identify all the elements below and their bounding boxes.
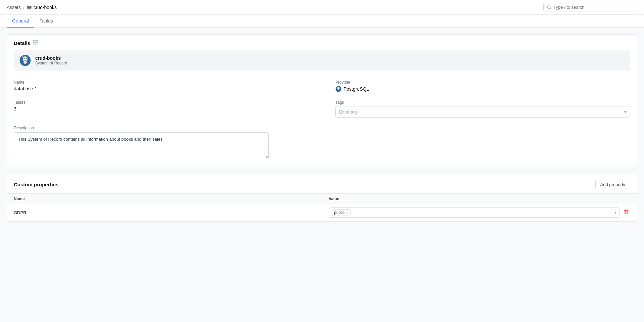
tables-field: Tables 3 [14,97,322,123]
provider-value: PostgreSQL [335,86,630,92]
svg-line-4 [550,8,551,9]
tab-tables[interactable]: Tables [34,15,58,28]
details-section-header: Details [7,35,637,50]
details-card: Details [7,34,637,167]
description-textarea[interactable]: This System of Record contains all infor… [14,132,269,159]
breadcrumb-current: crud-books [26,5,57,10]
asset-name: crud-books [35,55,67,61]
search-bar[interactable] [543,3,637,11]
asset-info-row: crud-books System of Record [14,50,630,71]
table-row: GDPR public × ▾ [7,204,637,221]
asset-type: System of Record [35,61,67,65]
tables-label: Tables [14,100,309,105]
provider-name: PostgreSQL [343,86,369,92]
column-header-value: Value [322,194,637,204]
search-input[interactable] [553,5,634,10]
tag-chip-remove[interactable]: × [346,211,348,215]
details-form-grid: Name database-1 Provider PostgreSQL [7,77,637,123]
tables-value: 3 [14,106,309,111]
svg-rect-5 [33,40,35,42]
details-title: Details [14,40,30,46]
name-value: database-1 [14,86,309,91]
main-content: Details [0,28,644,235]
tabs-bar: General Tables [0,15,644,28]
column-header-name: Name [7,194,322,204]
breadcrumb-assets-link[interactable]: Assets [7,5,21,10]
table-header-row: Name Value [7,194,637,204]
top-header: Assets › crud-books [0,0,644,15]
trash-icon [624,209,629,215]
tags-label: Tags [335,100,630,105]
name-label: Name [14,80,309,85]
delete-row-button[interactable] [622,209,630,216]
tab-general[interactable]: General [7,15,34,28]
svg-point-10 [23,56,28,62]
database-icon [26,5,32,10]
provider-label: Provider [335,80,630,85]
tag-chip-label: public [334,210,344,215]
tag-chip-public: public × [332,209,351,216]
svg-rect-6 [36,40,38,42]
custom-properties-table: Name Value GDPR public × [7,193,637,221]
custom-properties-title: Custom properties [14,182,58,187]
tag-chips: public × [332,209,351,216]
custom-properties-header: Custom properties Add property [7,174,637,193]
asset-info-text: crud-books System of Record [35,55,67,65]
details-icon[interactable] [33,40,38,46]
tag-input-cell[interactable]: public × ▾ [329,208,620,218]
search-icon [547,5,551,10]
svg-rect-1 [27,7,32,8]
props-table-body: GDPR public × ▾ [7,204,637,221]
breadcrumb: Assets › crud-books [7,5,57,10]
svg-point-17 [339,88,339,88]
svg-point-11 [24,58,25,59]
svg-point-13 [23,61,27,64]
breadcrumb-separator: › [23,5,24,10]
custom-properties-card: Custom properties Add property Name Valu… [7,174,637,222]
svg-point-15 [337,87,340,90]
asset-pg-icon [19,54,31,66]
description-field: Description This System of Record contai… [7,123,637,167]
prop-value-cell: public × ▾ [322,204,637,221]
tags-placeholder: Enter tag [339,109,357,114]
add-property-button[interactable]: Add property [595,180,630,189]
tags-chevron-icon: ▾ [624,109,627,114]
postgresql-icon [335,86,341,92]
name-field: Name database-1 [14,77,322,97]
svg-rect-8 [36,43,38,45]
description-label: Description [14,126,630,130]
tag-cell-chevron-icon: ▾ [614,210,616,215]
svg-rect-2 [27,8,32,9]
tags-input[interactable]: Enter tag ▾ [335,106,630,118]
svg-point-16 [338,88,338,88]
provider-field: Provider PostgreSQL [322,77,630,97]
svg-point-12 [26,58,27,59]
tags-field: Tags Enter tag ▾ [322,97,630,123]
svg-rect-7 [33,43,35,45]
prop-name-cell: GDPR [7,204,322,221]
breadcrumb-current-label: crud-books [34,5,57,10]
svg-rect-0 [27,6,32,7]
